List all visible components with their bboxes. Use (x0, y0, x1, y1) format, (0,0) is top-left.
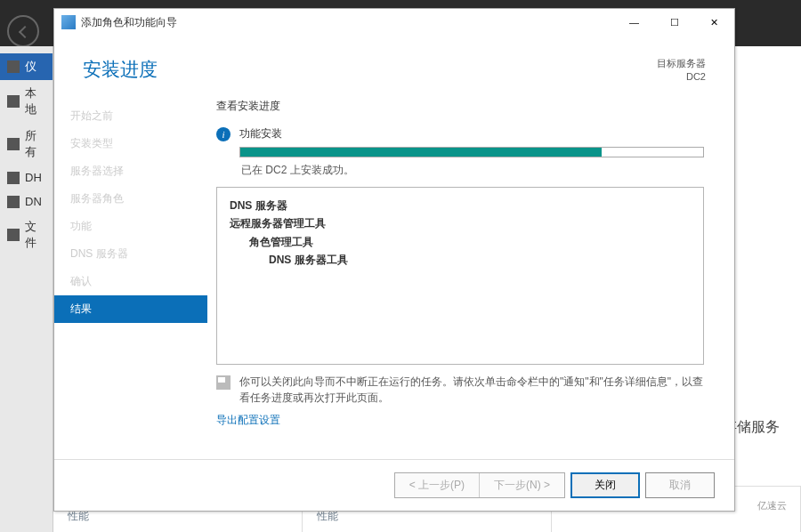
next-button: 下一步(N) > (479, 473, 564, 497)
target-server-label: 目标服务器 (657, 57, 706, 70)
nav-server-roles: 服务器角色 (54, 185, 207, 213)
previous-button: < 上一步(P) (395, 473, 479, 497)
result-rsat: 远程服务器管理工具 (230, 214, 691, 232)
close-hint-text: 你可以关闭此向导而不中断正在运行的任务。请依次单击命令栏中的"通知"和"任务详细… (239, 374, 704, 406)
nav-results[interactable]: 结果 (54, 295, 207, 323)
bg-nav-all: 所有 (0, 123, 53, 165)
info-icon: i (216, 127, 231, 141)
wizard-window: 添加角色和功能向导 — ☐ ✕ 安装进度 目标服务器 DC2 开始之前 安装类型… (53, 8, 735, 512)
nav-features: 功能 (54, 213, 207, 240)
flag-icon (216, 375, 231, 390)
bg-nav-label: DH (25, 171, 42, 184)
maximize-button[interactable]: ☐ (654, 9, 694, 36)
window-title: 添加角色和功能向导 (81, 15, 614, 30)
view-progress-label: 查看安装进度 (216, 99, 704, 114)
target-server-value: DC2 (657, 70, 706, 84)
bg-nav-label: 本地 (25, 85, 45, 117)
bg-nav-dn: DN (0, 189, 53, 214)
install-status-text: 已在 DC2 上安装成功。 (239, 163, 704, 178)
bg-nav-dashboard: 仪 (0, 53, 53, 80)
feature-install-label: 功能安装 (239, 126, 704, 141)
result-dns-server: DNS 服务器 (230, 197, 691, 214)
bg-nav-local: 本地 (0, 80, 53, 123)
wizard-app-icon (61, 15, 76, 29)
watermark-label: 亿速云 (752, 497, 792, 514)
cancel-button: 取消 (645, 472, 715, 498)
export-config-link[interactable]: 导出配置设置 (216, 413, 280, 428)
nav-install-type: 安装类型 (54, 130, 207, 157)
page-title: 安装进度 (83, 57, 158, 82)
nav-confirm: 确认 (54, 268, 207, 295)
minimize-button[interactable]: — (614, 9, 654, 36)
result-role-tools: 角色管理工具 (230, 233, 691, 251)
bg-nav-label: 文件 (25, 219, 45, 251)
bg-nav-label: DN (25, 195, 42, 208)
nav-server-select: 服务器选择 (54, 157, 207, 185)
close-button[interactable]: 关闭 (570, 472, 640, 498)
bg-nav-label: 仪 (25, 59, 36, 75)
wizard-nav: 开始之前 安装类型 服务器选择 服务器角色 功能 DNS 服务器 确认 结果 (54, 92, 207, 447)
titlebar[interactable]: 添加角色和功能向导 — ☐ ✕ (54, 9, 734, 36)
nav-dns-server: DNS 服务器 (54, 240, 207, 268)
install-progress-fill (240, 148, 602, 157)
bg-nav-file: 文件 (0, 214, 53, 256)
close-window-button[interactable]: ✕ (694, 9, 734, 36)
result-dns-tools: DNS 服务器工具 (230, 251, 691, 269)
bg-nav-dh: DH (0, 165, 53, 189)
results-list: DNS 服务器 远程服务器管理工具 角色管理工具 DNS 服务器工具 (216, 187, 704, 365)
nav-before-begin: 开始之前 (54, 102, 207, 130)
bg-nav-label: 所有 (25, 128, 45, 160)
install-progress-bar (239, 147, 704, 157)
back-nav-icon (7, 15, 39, 47)
